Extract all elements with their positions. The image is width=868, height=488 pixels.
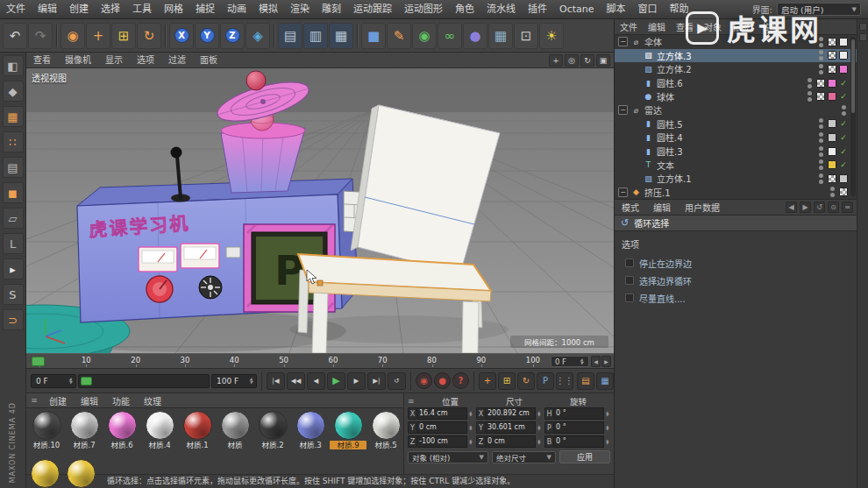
interface-dropdown[interactable]: 启动 (用户) ▼	[777, 3, 861, 16]
enabled-check-icon[interactable]: ✓	[839, 147, 848, 156]
menubar-item[interactable]: 动画	[221, 0, 253, 19]
render-region-icon[interactable]: ▥	[303, 23, 328, 49]
spinner-icon[interactable]: ▲▼	[604, 425, 610, 431]
visibility-dots-icon[interactable]	[842, 105, 846, 116]
material-chip[interactable]	[828, 119, 836, 128]
material-menu-item[interactable]: 纹理	[137, 394, 168, 407]
expand-toggle-icon[interactable]: −	[618, 187, 628, 197]
spinner-icon[interactable]: ▲▼	[604, 439, 610, 445]
spinner-icon[interactable]: ▲▼	[248, 378, 254, 385]
loop-button[interactable]: ↺	[388, 372, 406, 390]
object-row[interactable]: ▧立方体.2	[615, 62, 857, 76]
visibility-dot-icon[interactable]	[819, 43, 823, 47]
camera-icon[interactable]: ⊡	[514, 23, 538, 49]
viewport-canvas[interactable]: 虎课学习机	[26, 68, 614, 353]
viewport-menu-item[interactable]: 摄像机	[58, 53, 98, 68]
object-row[interactable]: −◆挤压.1	[615, 186, 857, 200]
dock-tab-icon[interactable]	[859, 33, 867, 41]
visibility-dot-icon[interactable]	[842, 111, 846, 116]
rotation-value-field[interactable]: 0 °	[554, 407, 604, 420]
prev-key-mini-icon[interactable]: ◀	[591, 356, 601, 367]
undo-icon[interactable]: ↶	[3, 23, 27, 49]
play-button[interactable]: ▶	[327, 372, 345, 390]
scale-icon[interactable]: ⊞	[111, 23, 136, 49]
object-row[interactable]: ▮圆柱.4✓	[615, 131, 857, 145]
material-item[interactable]: 材质.6	[103, 411, 140, 449]
timeline-slider-knob[interactable]	[81, 377, 92, 385]
panel-menu-icon[interactable]: ≡	[26, 396, 42, 405]
material-sphere[interactable]	[296, 411, 325, 440]
add-primitive-icon[interactable]: ■	[361, 23, 386, 49]
enabled-check-icon[interactable]: ✓	[839, 133, 848, 142]
apply-button[interactable]: 应用	[559, 450, 610, 463]
y-axis-lock-icon[interactable]: Y	[195, 23, 219, 49]
material-chip[interactable]	[828, 38, 836, 46]
tree-scrollbar-thumb[interactable]	[851, 39, 855, 113]
material-sphere[interactable]	[221, 411, 250, 440]
x-axis-lock-icon[interactable]: X	[169, 23, 194, 49]
visibility-dot-icon[interactable]	[819, 70, 823, 74]
object-row[interactable]: T文本✓	[615, 158, 857, 172]
object-row[interactable]: ●球体✓	[615, 89, 857, 103]
record-parameter-icon[interactable]: P	[537, 372, 554, 390]
visibility-dots-icon[interactable]	[819, 132, 823, 143]
render-view-icon[interactable]: ▤	[278, 23, 302, 49]
menubar-item[interactable]: 雕刻	[316, 0, 347, 19]
visibility-dots-icon[interactable]	[808, 78, 812, 88]
viewport-menu-item[interactable]: 过滤	[161, 53, 193, 68]
end-frame-field[interactable]: 100 F ▲▼	[211, 374, 257, 388]
object-row[interactable]: ▮圆柱.5✓	[615, 117, 857, 131]
menubar-item[interactable]: 脚本	[601, 0, 632, 19]
object-manager-menu-item[interactable]: 文件	[615, 20, 643, 33]
spinner-icon[interactable]: ▲▼	[536, 411, 542, 417]
material-sphere[interactable]	[108, 411, 137, 440]
menubar-item[interactable]: 工具	[126, 0, 158, 19]
spinner-icon[interactable]: ▲▼	[536, 439, 542, 445]
prev-panel-icon[interactable]: ◀	[786, 202, 797, 213]
object-row[interactable]: −⌀伞体	[615, 35, 857, 49]
snapshot-icon[interactable]: ▤	[577, 372, 594, 390]
enabled-check-icon[interactable]: ✓	[839, 79, 848, 88]
polygons-mode-icon[interactable]: ◼	[3, 182, 24, 203]
menubar-item[interactable]: 选择	[95, 0, 126, 19]
material-chip[interactable]	[828, 51, 836, 60]
next-frame-button[interactable]: ▶	[347, 372, 366, 390]
size-value-field[interactable]: 200.892 cm	[486, 407, 536, 420]
material-menu-item[interactable]: 创建	[42, 394, 74, 407]
frame-counter[interactable]: 0 F▲▼	[551, 356, 589, 367]
visibility-dot-icon[interactable]	[819, 124, 823, 129]
visibility-dot-icon[interactable]	[819, 50, 823, 54]
material-chip[interactable]	[839, 38, 848, 46]
size-value-field[interactable]: 30.601 cm	[486, 421, 536, 434]
live-selection-icon[interactable]: ◉	[60, 23, 85, 49]
mograph-icon[interactable]: ◉	[412, 23, 437, 49]
enabled-check-icon[interactable]: ✓	[839, 119, 848, 128]
object-row[interactable]: ▧立方体.3	[615, 49, 857, 63]
goto-end-button[interactable]: ▶|	[367, 372, 386, 390]
object-row[interactable]: ▧立方体.1	[615, 172, 857, 186]
material-sphere[interactable]	[372, 411, 401, 440]
next-key-mini-icon[interactable]: ▶	[601, 356, 611, 367]
move-icon[interactable]: +	[86, 23, 110, 49]
visibility-dot-icon[interactable]	[808, 78, 812, 82]
visibility-dot-icon[interactable]	[808, 97, 812, 102]
panel-settings-icon[interactable]: ≡	[842, 202, 853, 213]
expand-toggle-icon[interactable]: −	[618, 37, 628, 46]
history-icon[interactable]: ↺	[814, 202, 825, 213]
visibility-dots-icon[interactable]	[819, 37, 823, 47]
viewport-menu-item[interactable]: 显示	[98, 53, 130, 68]
spinner-icon[interactable]: ▲▼	[579, 358, 585, 365]
points-mode-icon[interactable]: ∷	[3, 131, 24, 152]
axis-lock-icon[interactable]: L	[3, 233, 24, 254]
visibility-dot-icon[interactable]	[842, 105, 846, 110]
menubar-item[interactable]: 窗口	[632, 0, 664, 19]
autokey-button[interactable]: ●	[434, 372, 451, 389]
viewport-menu-item[interactable]: 面板	[193, 53, 224, 68]
visibility-dot-icon[interactable]	[819, 180, 823, 184]
material-chip[interactable]	[839, 65, 848, 74]
object-manager-menu-item[interactable]: 对象	[699, 20, 727, 33]
render-settings-icon[interactable]: ▦	[329, 23, 353, 49]
record-pla-icon[interactable]: ⋮⋮	[556, 372, 573, 390]
option-checkbox[interactable]	[625, 258, 634, 267]
keyframe-help-button[interactable]: ?	[452, 372, 469, 389]
